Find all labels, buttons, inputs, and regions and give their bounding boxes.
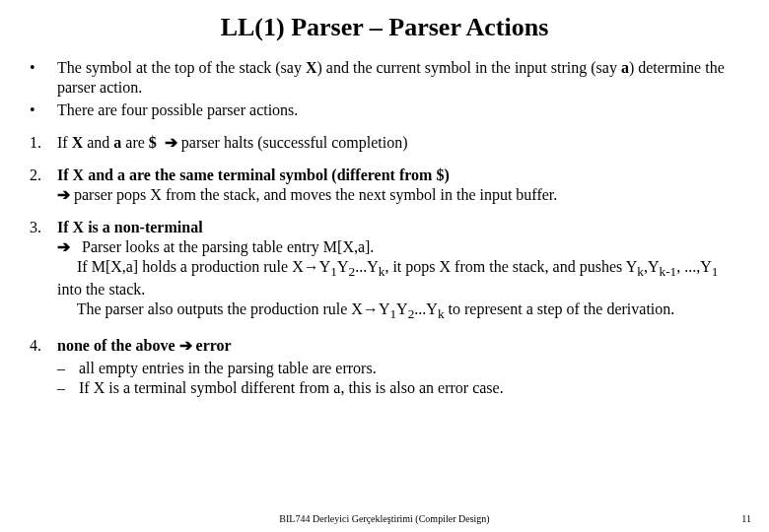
text: Parser looks at the parsing table entry … <box>82 238 374 255</box>
text: is a non-terminal <box>84 219 202 235</box>
symbol-a: a <box>621 59 629 76</box>
text: If <box>57 219 73 235</box>
text: ...Y <box>414 300 438 317</box>
text: parser halts (successful completion) <box>177 134 408 151</box>
item-number: 1. <box>30 133 57 153</box>
text: parser pops <box>70 186 150 203</box>
text: The parser also outputs the production r… <box>77 300 363 317</box>
item-3: 3. If X is a non-terminal ➔ Parser looks… <box>30 218 739 324</box>
item-text: If X is a non-terminal ➔ Parser looks at… <box>57 218 739 324</box>
bullet-1: • The symbol at the top of the stack (sa… <box>30 58 739 98</box>
item-text: If X and a are the same terminal symbol … <box>57 166 739 205</box>
text: into the stack. <box>57 281 145 298</box>
symbol-x: X <box>73 166 85 183</box>
text: to represent a step of the derivation. <box>445 300 675 317</box>
sub: 1 <box>712 264 719 279</box>
text: If <box>57 134 72 151</box>
y: Y <box>379 300 390 317</box>
text: If <box>57 166 73 183</box>
item-2: 2. If X and a are the same terminal symb… <box>30 166 739 205</box>
sub-bullet-1: – all empty entries in the parsing table… <box>57 359 739 378</box>
item-text: none of the above ➔ error <box>57 336 739 356</box>
slide: LL(1) Parser – Parser Actions • The symb… <box>0 0 769 532</box>
symbol-x: X <box>73 219 85 235</box>
text: If M[X,a] holds a production rule X <box>77 258 304 275</box>
dash-marker: – <box>57 378 79 398</box>
symbol-x: X <box>72 134 84 151</box>
bullet-text: The symbol at the top of the stack (say … <box>57 58 739 98</box>
page-number: 11 <box>741 513 751 524</box>
text: error <box>192 337 232 354</box>
footer-text: BIL744 Derleyici Gerçekleştirimi (Compil… <box>0 513 769 524</box>
sub: k <box>637 264 644 279</box>
sub: k-1 <box>659 264 676 279</box>
text: none of the above <box>57 337 179 354</box>
sub-bullet-2: – If X is a terminal symbol different fr… <box>57 378 739 398</box>
arrow-icon: ➔ <box>165 134 177 151</box>
text: The symbol at the top of the stack (say <box>57 59 306 76</box>
symbol-x: X <box>306 59 317 76</box>
text: are the same terminal symbol (different … <box>125 166 450 183</box>
text: and <box>84 166 117 183</box>
text: ) and the current symbol in the input st… <box>317 59 621 76</box>
dash-marker: – <box>57 359 79 378</box>
item-number: 2. <box>30 166 57 205</box>
y: Y <box>319 258 331 275</box>
symbol-x: X <box>150 186 162 203</box>
item-number: 4. <box>30 336 57 356</box>
arrow-icon: ➔ <box>57 186 70 203</box>
arrow-icon: ➔ <box>179 337 192 354</box>
rightarrow-icon: → <box>304 258 319 275</box>
text: are <box>121 134 149 151</box>
sub-text: If X is a terminal symbol different from… <box>79 378 504 398</box>
sub: 1 <box>330 264 337 279</box>
y: Y <box>337 258 349 275</box>
item-4: 4. none of the above ➔ error <box>30 336 739 356</box>
text: ,Y <box>644 258 660 275</box>
bullet-marker: • <box>30 100 57 120</box>
bullet-text: There are four possible parser actions. <box>57 100 739 120</box>
bullet-marker: • <box>30 58 57 98</box>
item-text: If X and a are $ ➔ parser halts (success… <box>57 133 739 153</box>
rightarrow-icon: → <box>363 300 379 317</box>
text: from the stack, and moves the next symbo… <box>162 186 557 203</box>
dollar: $ <box>149 134 157 151</box>
symbol-a: a <box>117 166 125 183</box>
bullet-2: • There are four possible parser actions… <box>30 100 739 120</box>
y: Y <box>396 300 408 317</box>
item-number: 3. <box>30 218 57 324</box>
arrow-icon: ➔ <box>57 238 70 255</box>
text: and <box>83 134 113 151</box>
text: , ...,Y <box>676 258 712 275</box>
text: ...Y <box>355 258 379 275</box>
sub: k <box>438 307 445 322</box>
slide-title: LL(1) Parser – Parser Actions <box>30 12 739 44</box>
sub-text: all empty entries in the parsing table a… <box>79 359 377 378</box>
text: , it pops X from the stack, and pushes Y <box>384 258 637 275</box>
item-1: 1. If X and a are $ ➔ parser halts (succ… <box>30 133 739 153</box>
